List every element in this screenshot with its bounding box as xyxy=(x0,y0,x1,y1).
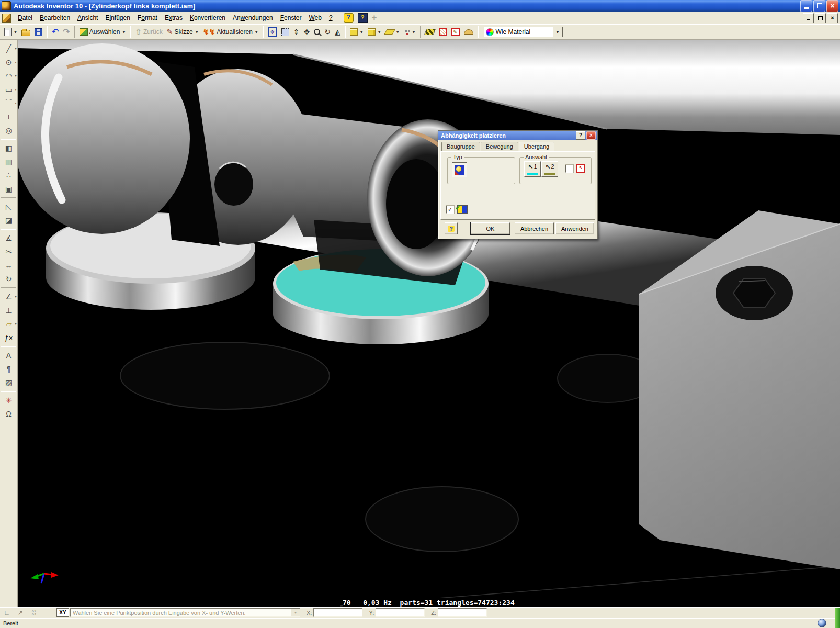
dialog-context-help-button[interactable]: ? xyxy=(576,131,585,140)
undo-button[interactable]: ↶ xyxy=(50,26,61,38)
select-button[interactable]: Auswählen ▼ xyxy=(77,26,128,38)
constraint-icon[interactable]: ∠▾ xyxy=(1,290,17,304)
update-button[interactable]: ↯↯ Aktualisieren ▼ xyxy=(201,26,260,38)
menu-item-ansicht[interactable]: Ansicht xyxy=(74,13,101,23)
delta-icon[interactable]: ΔYΔX xyxy=(27,608,41,617)
pick-part-first-checkbox[interactable] xyxy=(565,165,573,173)
sketch-line-icon[interactable]: ╱▾ xyxy=(1,42,17,55)
chamfer-icon[interactable]: ◺ xyxy=(1,200,17,214)
fillet-icon[interactable]: ⌒▾ xyxy=(1,96,17,110)
lock-icon[interactable]: Ω xyxy=(1,407,17,421)
zoom-button[interactable]: ⇕ xyxy=(291,26,302,38)
menu-item-help[interactable]: ? xyxy=(325,13,336,23)
close-button[interactable]: × xyxy=(826,0,838,12)
tab-baugruppe[interactable]: Baugruppe xyxy=(441,142,480,151)
dimension-icon[interactable]: ⊥ xyxy=(1,304,17,317)
rectangular-pattern-icon[interactable]: ▦ xyxy=(1,155,17,169)
x-input[interactable] xyxy=(313,608,362,617)
menu-item-einfügen[interactable]: Einfügen xyxy=(101,13,133,23)
child-restore-button[interactable] xyxy=(815,13,826,23)
measure-icon[interactable]: ∡ xyxy=(1,231,17,245)
camera-view-button[interactable]: ▼ xyxy=(383,26,402,38)
restore-button[interactable] xyxy=(813,0,825,12)
menu-item-anwendungen[interactable]: Anwendungen xyxy=(229,13,277,23)
section-analysis-button[interactable] xyxy=(462,26,475,38)
transitional-type-button[interactable] xyxy=(452,162,467,177)
add-toolbar-icon[interactable]: + xyxy=(372,14,377,21)
move-icon[interactable]: ↔ xyxy=(1,259,17,272)
relative-point-icon[interactable]: ↗ xyxy=(14,608,27,617)
z-input[interactable] xyxy=(438,608,487,617)
bore-hole[interactable] xyxy=(366,487,518,552)
redo-button[interactable]: ↷ xyxy=(61,26,72,38)
chevron-down-icon[interactable]: ▼ xyxy=(14,30,17,34)
child-close-button[interactable]: × xyxy=(827,13,838,23)
viewport-3d[interactable] xyxy=(18,40,840,607)
menu-item-datei[interactable]: Datei xyxy=(14,13,36,23)
cam-lobe-hole[interactable] xyxy=(214,163,253,206)
y-input[interactable] xyxy=(376,608,425,617)
circle-icon[interactable]: ⊙▾ xyxy=(1,55,17,69)
offset-icon[interactable]: ▣ xyxy=(1,182,17,196)
point-icon[interactable]: + xyxy=(1,110,17,124)
zoom-selected-button[interactable] xyxy=(312,26,322,38)
return-button[interactable]: ⇧ Zurück xyxy=(133,26,164,38)
save-button[interactable] xyxy=(32,26,44,38)
zoom-all-button[interactable]: ✥ xyxy=(266,26,279,38)
chevron-down-icon[interactable]: ▼ xyxy=(378,30,381,34)
circular-pattern-icon[interactable]: ∴ xyxy=(1,169,17,182)
color-style-combo[interactable]: Wie Material ▼ xyxy=(484,27,563,37)
second-selection-button[interactable]: ↖ 2 xyxy=(541,161,558,177)
open-button[interactable] xyxy=(19,26,32,38)
image-icon[interactable]: ▨ xyxy=(1,376,17,389)
arc-icon[interactable]: ◠▾ xyxy=(1,69,17,83)
axis-origin-icon[interactable]: ∟ xyxy=(0,608,14,617)
paragraph-icon[interactable]: ¶ xyxy=(1,362,17,376)
concentric-circle-icon[interactable]: ◎ xyxy=(1,124,17,137)
chevron-down-icon[interactable]: ▼ xyxy=(396,30,400,34)
tab-bewegung[interactable]: Bewegung xyxy=(481,142,518,151)
chevron-down-icon[interactable]: ▼ xyxy=(122,30,126,34)
zebra-analysis-button[interactable] xyxy=(423,26,437,38)
workplane-icon[interactable]: ▱▾ xyxy=(1,317,17,331)
menu-item-format[interactable]: Format xyxy=(134,13,161,23)
menu-item-extras[interactable]: Extras xyxy=(161,13,186,23)
draft-analysis-button[interactable] xyxy=(437,26,449,38)
surface-analysis-button[interactable]: ✎ xyxy=(449,26,462,38)
tab-uebergang[interactable]: Übergang xyxy=(519,142,554,151)
apply-button[interactable]: Anwenden xyxy=(555,222,594,234)
preview-checkbox[interactable]: ✓ xyxy=(446,206,454,214)
dialog-close-button[interactable]: × xyxy=(586,131,596,140)
parameters-icon[interactable]: ƒx xyxy=(1,331,17,344)
menu-item-bearbeiten[interactable]: Bearbeiten xyxy=(36,13,74,23)
shaded-display-button[interactable]: ▼ xyxy=(348,26,366,38)
model-render[interactable] xyxy=(18,40,840,607)
bore-hole[interactable] xyxy=(120,342,330,409)
mirror-icon[interactable]: ◧ xyxy=(1,141,17,155)
new-document-button[interactable]: ▼ xyxy=(2,26,19,38)
rotate-view-button[interactable]: ↻ xyxy=(322,26,333,38)
minimize-button[interactable] xyxy=(800,0,812,12)
cancel-button[interactable]: Abbrechen xyxy=(515,222,554,234)
combo-dropdown-icon[interactable]: ▼ xyxy=(553,27,563,37)
chevron-down-icon[interactable]: ▼ xyxy=(360,30,364,34)
first-selection-button[interactable]: ↖ 1 xyxy=(524,161,541,177)
menu-item-fenster[interactable]: Fenster xyxy=(277,13,305,23)
select-solid-icon[interactable]: ↖ xyxy=(576,164,585,173)
ok-button[interactable]: OK xyxy=(471,222,510,234)
sketch-button[interactable]: ✎ Skizze ▼ xyxy=(165,26,201,38)
look-at-button[interactable]: ◭ xyxy=(333,26,343,38)
chevron-down-icon[interactable]: ▼ xyxy=(255,30,258,34)
chevron-down-icon[interactable]: ▼ xyxy=(412,30,416,34)
dialog-title-bar[interactable]: Abhängigkeit platzieren ? × xyxy=(438,131,597,140)
child-minimize-button[interactable] xyxy=(803,13,814,23)
menu-item-konvertieren[interactable]: Konvertieren xyxy=(186,13,229,23)
dialog-help-button[interactable]: ? xyxy=(445,222,458,234)
shadow-display-button[interactable]: ▼ xyxy=(402,26,418,38)
text-icon[interactable]: A xyxy=(1,349,17,362)
combo-dropdown-icon[interactable]: ▼ xyxy=(291,609,300,616)
point-input-combo[interactable]: Wählen Sie eine Punktposition durch Eing… xyxy=(70,608,300,617)
sketch-doctor-icon[interactable]: ✳ xyxy=(1,394,17,407)
pan-button[interactable]: ✥ xyxy=(302,26,312,38)
menu-item-web[interactable]: Web xyxy=(305,13,325,23)
